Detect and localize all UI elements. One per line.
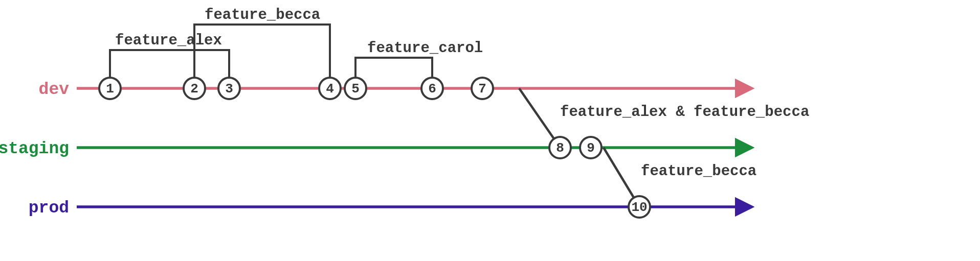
svg-text:3: 3 [225, 81, 233, 97]
svg-text:10: 10 [631, 200, 647, 215]
feature-label: feature_carol [367, 40, 483, 57]
branch-label-prod: prod [29, 199, 69, 218]
branch-label-staging: staging [0, 139, 69, 158]
svg-text:2: 2 [190, 81, 198, 97]
svg-text:5: 5 [351, 81, 360, 97]
branch-label-dev: dev [39, 80, 70, 99]
commit-2: 2 [184, 78, 205, 99]
commit-8: 8 [549, 137, 571, 158]
svg-text:4: 4 [326, 81, 334, 97]
commit-10: 10 [629, 196, 650, 218]
commit-1: 1 [99, 78, 121, 99]
commit-3: 3 [218, 78, 240, 99]
commit-4: 4 [319, 78, 341, 99]
svg-text:1: 1 [106, 81, 114, 97]
svg-text:6: 6 [428, 81, 436, 97]
svg-text:7: 7 [478, 81, 486, 97]
commit-7: 7 [472, 78, 493, 99]
commit-6: 6 [421, 78, 443, 99]
merge-label: feature_alex & feature_becca [560, 104, 809, 121]
branch-diagram: devstagingprodfeature_alexfeature_beccaf… [0, 0, 980, 261]
merge-label: feature_becca [641, 163, 756, 180]
svg-text:8: 8 [556, 140, 564, 156]
commit-9: 9 [580, 137, 602, 158]
svg-text:9: 9 [587, 140, 595, 156]
feature-label: feature_becca [205, 7, 320, 23]
feature-bracket [110, 50, 229, 88]
commit-5: 5 [345, 78, 366, 99]
feature-label: feature_alex [115, 32, 222, 49]
feature-bracket [355, 58, 432, 88]
